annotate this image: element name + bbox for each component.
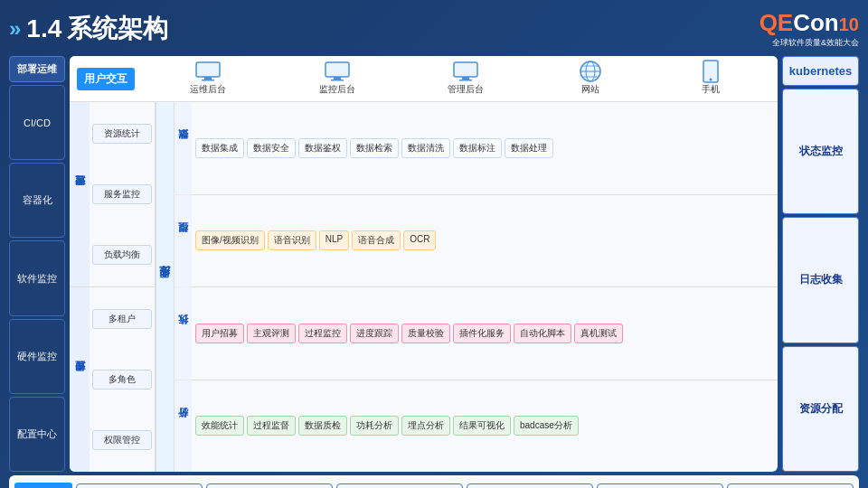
- infra-redis: Redis: [206, 483, 333, 488]
- right-item-log-collect: 日志收集: [782, 217, 859, 343]
- tag-process-supervision: 过程监督: [247, 416, 296, 436]
- biz-row-model: 模型 图像/视频识别 语音识别 NLP 语音合成 OCR: [174, 195, 778, 288]
- ops-item-permission: 权限管控: [92, 430, 152, 450]
- biz-row-exec: 执行 用户招募 主观评测 过程监控 进度跟踪 质量校验 插件化服务 自动化脚本 …: [174, 287, 778, 380]
- tag-data-clean: 数据清洗: [401, 138, 450, 158]
- biz-content-data: 数据集成 数据安全 数据鉴权 数据检索 数据清洗 数据标注 数据处理: [192, 102, 778, 194]
- infra-flinkx: FlinkX: [597, 483, 723, 488]
- content-area: 用户交互 运维后台 监控后台: [70, 56, 778, 472]
- ops-item-multi-role: 多角色: [92, 370, 152, 389]
- icon-monitor-backend: 监控后台: [319, 61, 355, 96]
- tag-result-visual: 结果可视化: [453, 416, 511, 436]
- logo-qe: QE: [760, 9, 794, 36]
- middle-section: 运营管理 资源统计 服务监控 负载均衡 用户管理 多租户 多角色 权限管控: [70, 102, 778, 472]
- biz-label-analysis: 分析: [174, 380, 192, 473]
- biz-app-outer-label: 业务应用: [156, 102, 174, 472]
- sidebar-deploy-label: 部署运维: [9, 56, 65, 82]
- svg-rect-1: [204, 77, 212, 80]
- header: » 1.4 系统架构 QECon10 全球软件质量&效能大会: [9, 9, 859, 49]
- admin-backend-label: 管理后台: [448, 83, 484, 96]
- ops-user-items: 多租户 多角色 权限管控: [90, 287, 155, 472]
- ops-backend-label: 运维后台: [190, 83, 226, 96]
- main-container: 部署运维 CI/CD 容器化 软件监控 硬件监控 配置中心 用户交互 运维后台: [9, 56, 859, 472]
- infra-spark: Spark: [467, 483, 593, 488]
- tag-data-process: 数据处理: [505, 138, 553, 158]
- tag-buried-point: 埋点分析: [401, 416, 450, 436]
- tag-speech-recognition: 语音识别: [268, 230, 316, 250]
- logo-number: 10: [839, 14, 859, 34]
- tag-subjective-eval: 主观评测: [247, 324, 296, 343]
- svg-rect-2: [202, 80, 214, 81]
- monitor-icon-ops: [194, 61, 222, 81]
- svg-rect-8: [459, 80, 472, 81]
- title-arrows: »: [9, 16, 21, 42]
- ops-item-resource: 资源统计: [92, 124, 152, 144]
- tag-quality-check: 质量校验: [401, 324, 450, 343]
- sidebar-item-config: 配置中心: [9, 397, 65, 472]
- tag-power-analysis: 功耗分析: [350, 416, 399, 436]
- infra-mysql: MySQL: [76, 483, 203, 488]
- svg-point-15: [709, 79, 712, 81]
- biz-rows: 数据 数据集成 数据安全 数据鉴权 数据检索 数据清洗 数据标注 数据处理: [174, 102, 778, 472]
- right-sidebar: kubernetes 状态监控 日志收集 资源分配: [782, 56, 859, 472]
- icon-website: 网站: [577, 61, 604, 96]
- slide: » 1.4 系统架构 QECon10 全球软件质量&效能大会 部署运维 CI/C…: [0, 0, 868, 488]
- infra-elasticsearch: Elasticsearch: [336, 483, 463, 488]
- biz-row-data: 数据 数据集成 数据安全 数据鉴权 数据检索 数据清洗 数据标注 数据处理: [174, 102, 778, 195]
- biz-label-data: 数据: [174, 102, 192, 194]
- tag-ocr: OCR: [403, 230, 436, 250]
- svg-rect-6: [454, 62, 477, 77]
- page-title: » 1.4 系统架构: [9, 12, 168, 46]
- ops-user-label: 用户管理: [70, 287, 90, 472]
- ops-item-multi-tenant: 多租户: [92, 309, 152, 329]
- tag-data-label: 数据标注: [453, 138, 502, 158]
- right-kubernetes-label: kubernetes: [782, 56, 859, 86]
- svg-rect-7: [462, 77, 469, 80]
- tag-efficiency-stats: 效能统计: [195, 416, 244, 436]
- tag-auto-script: 自动化脚本: [514, 324, 571, 343]
- sidebar-item-hw-monitor: 硬件监控: [9, 319, 65, 394]
- icon-admin-backend: 管理后台: [448, 61, 484, 96]
- tag-data-security: 数据安全: [247, 138, 296, 158]
- logo: QECon10 全球软件质量&效能大会: [760, 9, 859, 49]
- tag-nlp: NLP: [319, 230, 349, 250]
- biz-content-analysis: 效能统计 过程监督 数据质检 功耗分析 埋点分析 结果可视化 badcase分析: [192, 380, 778, 473]
- ops-management-label: 运营管理: [70, 102, 90, 286]
- ops-column: 运营管理 资源统计 服务监控 负载均衡 用户管理 多租户 多角色 权限管控: [70, 102, 156, 472]
- tag-image-video: 图像/视频识别: [195, 230, 265, 250]
- ops-item-load-balance: 负载均衡: [92, 245, 152, 265]
- sidebar-item-sw-monitor: 软件监控: [9, 240, 65, 315]
- tag-data-auth: 数据鉴权: [298, 138, 347, 158]
- title-section: 1.4: [26, 14, 61, 43]
- user-interaction-row: 用户交互 运维后台 监控后台: [70, 56, 778, 102]
- sidebar-item-cicd: CI/CD: [9, 85, 65, 160]
- infra-hive: Hive: [727, 483, 854, 488]
- svg-rect-0: [196, 62, 220, 77]
- tag-data-quality-check: 数据质检: [298, 416, 347, 436]
- monitor-icon-monitor: [324, 61, 351, 81]
- tag-real-device-test: 真机测试: [574, 324, 623, 343]
- business-outer: 业务应用 数据 数据集成 数据安全 数据鉴权 数据检索 数据清洗: [156, 102, 778, 472]
- left-sidebar: 部署运维 CI/CD 容器化 软件监控 硬件监控 配置中心: [9, 56, 65, 472]
- tag-data-search: 数据检索: [350, 138, 399, 158]
- monitor-backend-label: 监控后台: [319, 83, 355, 96]
- logo-con: Con: [793, 9, 839, 36]
- logo-subtitle: 全球软件质量&效能大会: [772, 37, 859, 49]
- tag-data-integration: 数据集成: [195, 138, 244, 158]
- ops-management-items: 资源统计 服务监控 负载均衡: [90, 102, 155, 286]
- svg-rect-4: [334, 77, 341, 80]
- infra-items: MySQL Redis Elasticsearch Spark FlinkX H…: [76, 483, 854, 488]
- globe-icon-website: [577, 61, 604, 81]
- biz-content-model: 图像/视频识别 语音识别 NLP 语音合成 OCR: [192, 195, 778, 287]
- biz-label-exec: 执行: [174, 287, 192, 380]
- user-interaction-label: 用户交互: [77, 68, 135, 90]
- icon-ops-backend: 运维后台: [190, 61, 226, 96]
- biz-row-analysis: 分析 效能统计 过程监督 数据质检 功耗分析 埋点分析 结果可视化 badcas…: [174, 380, 778, 473]
- tag-speech-synthesis: 语音合成: [352, 230, 401, 250]
- title-text: 系统架构: [67, 12, 168, 46]
- mobile-label: 手机: [702, 83, 720, 96]
- tag-badcase-analysis: badcase分析: [514, 416, 579, 436]
- ops-group-management: 运营管理 资源统计 服务监控 负载均衡: [70, 102, 155, 287]
- ops-group-user: 用户管理 多租户 多角色 权限管控: [70, 287, 155, 472]
- tag-process-monitor: 过程监控: [298, 324, 347, 343]
